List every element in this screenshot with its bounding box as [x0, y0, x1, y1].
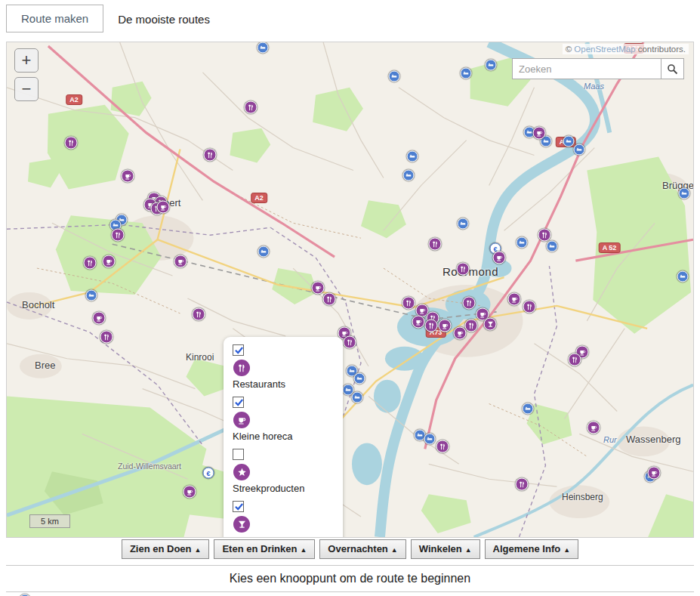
purple-poi-marker[interactable]	[84, 257, 97, 270]
blue-poi-marker[interactable]	[407, 151, 418, 162]
purple-poi-marker[interactable]	[508, 293, 521, 306]
blue-poi-marker[interactable]	[403, 170, 415, 181]
filter-item: Streekproducten	[233, 449, 334, 494]
purple-poi-marker[interactable]	[538, 229, 551, 242]
purple-poi-marker[interactable]	[412, 316, 425, 329]
purple-poi-marker[interactable]	[157, 201, 170, 214]
category-button-eten-en-drinken[interactable]: Eten en Drinken▲	[214, 539, 315, 559]
purple-poi-marker[interactable]	[100, 331, 113, 344]
tab-mooiste-routes[interactable]: De mooiste routes	[103, 6, 224, 32]
purple-poi-marker[interactable]	[493, 252, 506, 264]
filter-checkbox[interactable]	[233, 344, 244, 356]
poi-filter-panel: RestaurantsKleine horecaStreekproductenT…	[224, 337, 343, 538]
map[interactable]: BocholtBreeKinrooiWeertRoermondBrüggenWa…	[6, 42, 694, 538]
blue-poi-marker[interactable]	[86, 290, 97, 301]
blue-poi-marker[interactable]	[354, 373, 365, 384]
status-message: Kies een knooppunt om de route te beginn…	[6, 565, 694, 592]
blue-poi-marker[interactable]	[461, 68, 472, 79]
purple-poi-marker[interactable]	[457, 263, 470, 276]
blue-poi-marker[interactable]	[486, 60, 497, 71]
zoom-controls: + −	[14, 48, 39, 101]
road-badge: A2	[66, 94, 82, 105]
blue-poi-marker[interactable]	[679, 188, 690, 199]
search-button[interactable]	[661, 58, 684, 79]
blue-poi-marker[interactable]	[424, 434, 436, 445]
purple-poi-marker[interactable]	[65, 137, 78, 150]
purple-poi-marker[interactable]	[533, 127, 546, 140]
filter-checkbox[interactable]	[233, 501, 244, 512]
blue-poi-marker[interactable]	[257, 42, 269, 54]
blue-poi-marker[interactable]	[258, 246, 270, 258]
filter-checkbox[interactable]	[233, 397, 244, 408]
category-button-overnachten[interactable]: Overnachten▲	[319, 539, 406, 559]
purple-poi-marker[interactable]	[436, 440, 449, 453]
zoom-out-button[interactable]: −	[14, 77, 39, 101]
filter-item: Terras/Lounge	[233, 501, 334, 538]
search-icon	[667, 63, 678, 75]
basemap-tiles	[7, 42, 693, 537]
blue-poi-marker[interactable]	[574, 144, 585, 156]
map-place-label: Zuid-Willemsvaart	[118, 462, 181, 471]
attribution-suffix: contributors.	[638, 45, 686, 54]
blue-poi-marker[interactable]	[547, 241, 558, 252]
blue-poi-marker[interactable]	[563, 136, 575, 147]
purple-poi-marker[interactable]	[323, 293, 336, 306]
chevron-up-icon: ▲	[563, 546, 570, 554]
purple-poi-marker[interactable]	[122, 170, 134, 183]
blue-poi-marker[interactable]	[517, 237, 528, 249]
category-button-zien-en-doen[interactable]: Zien en Doen▲	[122, 539, 210, 559]
zoom-in-button[interactable]: +	[14, 48, 39, 73]
blue-poi-marker[interactable]	[458, 218, 469, 230]
purple-poi-marker[interactable]	[204, 149, 217, 162]
osm-link[interactable]: OpenStreetMap	[574, 45, 635, 54]
purple-poi-marker[interactable]	[183, 486, 196, 499]
purple-poi-marker[interactable]	[93, 312, 106, 325]
map-search	[512, 58, 684, 79]
filter-item: Restaurants	[233, 344, 334, 390]
footer-sliver	[6, 592, 694, 596]
purple-poi-marker[interactable]	[465, 320, 478, 332]
blue-poi-marker[interactable]	[677, 271, 689, 283]
map-place-label: Bree	[35, 360, 55, 371]
purple-poi-marker[interactable]	[245, 101, 257, 114]
purple-poi-marker[interactable]	[454, 327, 467, 340]
filter-label: Terras/Lounge	[233, 535, 334, 538]
purple-poi-marker[interactable]	[648, 467, 661, 480]
blue-poi-marker[interactable]	[389, 71, 400, 82]
purple-poi-marker[interactable]	[344, 336, 356, 349]
euro-poi-marker[interactable]: €	[203, 468, 214, 479]
category-button-algemene-info[interactable]: Algemene Info▲	[485, 539, 579, 559]
chevron-up-icon: ▲	[465, 546, 472, 554]
purple-poi-marker[interactable]	[429, 238, 442, 251]
purple-poi-marker[interactable]	[587, 422, 600, 434]
purple-poi-marker[interactable]	[174, 255, 187, 268]
purple-poi-marker[interactable]	[425, 320, 438, 332]
purple-poi-marker[interactable]	[402, 297, 415, 310]
category-button-winkelen[interactable]: Winkelen▲	[411, 539, 480, 559]
purple-poi-marker[interactable]	[439, 320, 452, 332]
map-place-label: Kinrooi	[186, 352, 214, 363]
restaurant-icon	[233, 360, 250, 376]
purple-poi-marker[interactable]	[193, 308, 205, 321]
purple-poi-marker[interactable]	[312, 282, 325, 295]
tab-route-maken[interactable]: Route maken	[6, 5, 103, 32]
map-place-label: Rur	[603, 435, 617, 444]
purple-poi-marker[interactable]	[112, 229, 125, 242]
category-button-label: Algemene Info	[493, 543, 561, 554]
category-button-label: Zien en Doen	[130, 543, 192, 554]
purple-poi-marker[interactable]	[523, 301, 536, 313]
filter-checkbox[interactable]	[233, 449, 244, 460]
purple-poi-marker[interactable]	[569, 354, 581, 366]
page: Route maken De mooiste routes	[0, 0, 700, 596]
purple-poi-marker[interactable]	[516, 478, 529, 491]
chevron-up-icon: ▲	[195, 546, 202, 554]
blue-poi-marker[interactable]	[352, 392, 363, 403]
purple-poi-marker[interactable]	[484, 318, 497, 331]
map-place-label: Maas	[584, 82, 604, 91]
cafe-icon	[233, 412, 250, 428]
road-badge: A 52	[599, 242, 621, 253]
blue-poi-marker[interactable]	[523, 403, 534, 415]
purple-poi-marker[interactable]	[463, 297, 476, 310]
search-input[interactable]	[512, 58, 661, 79]
purple-poi-marker[interactable]	[103, 255, 116, 268]
